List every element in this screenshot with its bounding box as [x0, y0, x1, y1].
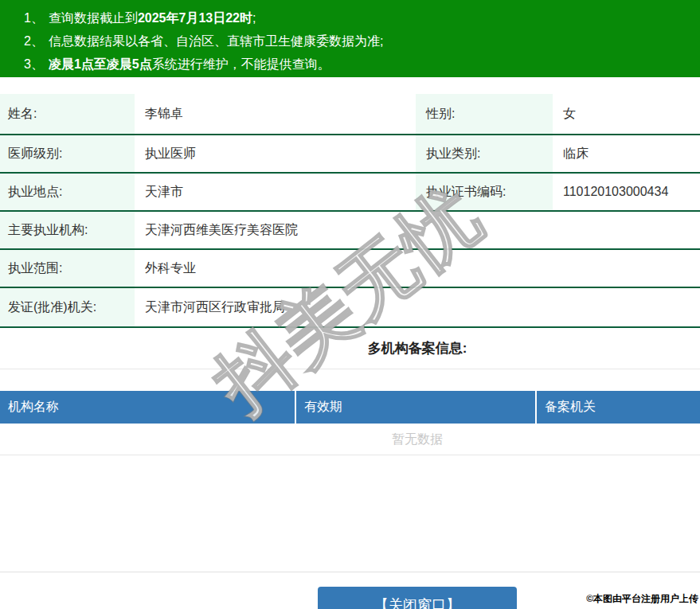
practice-type-value: 临床	[553, 135, 700, 172]
name-value: 李锦卓	[135, 94, 416, 134]
doctor-level-value: 执业医师	[135, 135, 416, 172]
practice-scope-value: 外科专业	[135, 250, 700, 287]
upload-caption: ©本图由平台注册用户上传	[586, 592, 698, 606]
doctor-info-table: 姓名: 李锦卓 性别: 女 医师级别: 执业医师 执业类别: 临床 执业地点: …	[0, 94, 700, 328]
notice-line-1-suffix: ;	[252, 11, 256, 25]
notice-line-3-suffix: 系统进行维护，不能提供查询。	[152, 57, 330, 71]
notice-line-1-text: 查询数据截止到	[49, 11, 138, 25]
gender-value: 女	[553, 94, 700, 134]
certificate-number-value: 110120103000434	[553, 174, 700, 210]
column-header-institution-name: 机构名称	[0, 391, 296, 424]
notice-line-3: 3、凌晨1点至凌晨5点系统进行维护，不能提供查询。	[24, 53, 692, 76]
practice-scope-label: 执业范围:	[0, 250, 135, 287]
column-header-filing-authority: 备案机关	[537, 391, 700, 424]
bottom-divider	[0, 455, 700, 572]
name-label: 姓名:	[0, 94, 135, 134]
spacer	[0, 369, 700, 391]
practice-type-label: 执业类别:	[416, 135, 553, 172]
primary-institution-label: 主要执业机构:	[0, 212, 135, 248]
table-row: 主要执业机构: 天津河西维美医疗美容医院	[0, 212, 700, 250]
notice-line-3-number: 3、	[24, 57, 44, 71]
table-row: 姓名: 李锦卓 性别: 女	[0, 94, 700, 135]
column-header-validity-period: 有效期	[296, 391, 537, 424]
notice-banner: 1、查询数据截止到2025年7月13日22时; 2、信息数据结果以各省、自治区、…	[0, 0, 700, 77]
filing-table-empty-state: 暂无数据	[0, 424, 700, 455]
notice-line-3-bold: 凌晨1点至凌晨5点	[49, 57, 152, 71]
filing-table-header: 机构名称 有效期 备案机关	[0, 391, 700, 424]
primary-institution-value: 天津河西维美医疗美容医院	[135, 212, 700, 248]
doctor-license-result-page: 1、查询数据截止到2025年7月13日22时; 2、信息数据结果以各省、自治区、…	[0, 0, 700, 609]
table-row: 医师级别: 执业医师 执业类别: 临床	[0, 135, 700, 174]
notice-line-1-number: 1、	[24, 11, 44, 25]
close-window-button[interactable]: 【关闭窗口】	[318, 587, 517, 609]
doctor-level-label: 医师级别:	[0, 135, 135, 172]
issuing-authority-value: 天津市河西区行政审批局	[135, 288, 700, 326]
notice-line-2: 2、信息数据结果以各省、自治区、直辖市卫生健康委数据为准;	[24, 29, 692, 53]
notice-line-2-text: 信息数据结果以各省、自治区、直辖市卫生健康委数据为准;	[49, 34, 383, 48]
table-row: 发证(批准)机关: 天津市河西区行政审批局	[0, 288, 700, 328]
multi-institution-section-title: 多机构备案信息:	[0, 328, 700, 369]
issuing-authority-label: 发证(批准)机关:	[0, 288, 135, 326]
notice-line-2-number: 2、	[24, 34, 44, 48]
practice-location-value: 天津市	[135, 174, 416, 210]
certificate-number-label: 执业证书编码:	[416, 174, 553, 210]
practice-location-label: 执业地点:	[0, 174, 135, 210]
table-row: 执业范围: 外科专业	[0, 250, 700, 288]
table-row: 执业地点: 天津市 执业证书编码: 110120103000434	[0, 174, 700, 212]
notice-line-1: 1、查询数据截止到2025年7月13日22时;	[24, 6, 692, 29]
notice-line-1-bold: 2025年7月13日22时	[138, 11, 252, 25]
gender-label: 性别:	[416, 94, 553, 134]
